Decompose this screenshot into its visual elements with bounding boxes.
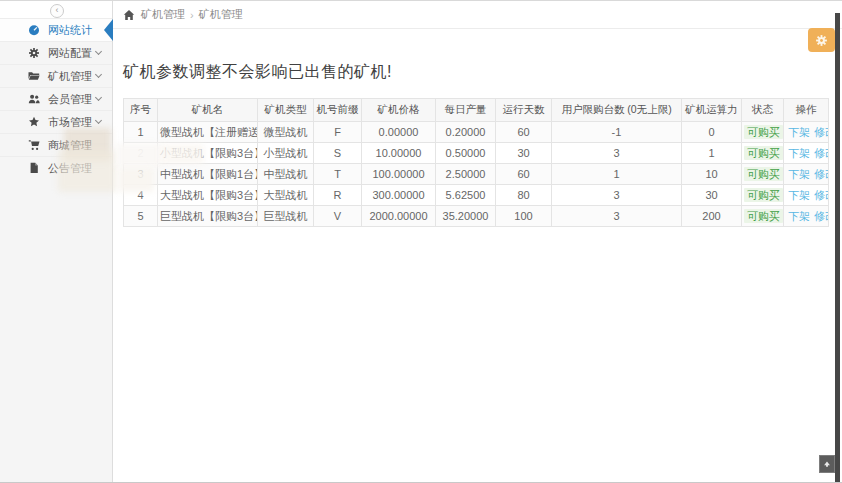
cell-price: 10.00000 [362, 143, 436, 164]
sidebar-item-miner-management[interactable]: 矿机管理 [0, 64, 112, 87]
sidebar-item-site-stats[interactable]: 网站统计 [0, 18, 112, 41]
col-header-actions: 操作 [784, 99, 829, 122]
sidebar-item-site-config[interactable]: 网站配置 [0, 41, 112, 64]
cell-purchase-limit: 3 [552, 206, 682, 227]
cell-prefix: R [314, 185, 362, 206]
col-header-name: 矿机名 [158, 99, 258, 122]
col-header-purchase-limit: 用户限购台数 (0无上限) [552, 99, 682, 122]
chevron-down-icon [95, 48, 102, 55]
chevron-down-icon [95, 71, 102, 78]
sidebar-item-market-management[interactable]: 市场管理 [0, 110, 112, 133]
cell-type: 巨型战机 [258, 206, 314, 227]
file-icon [28, 162, 40, 174]
sidebar-item-label: 网站统计 [48, 23, 92, 38]
cell-purchase-limit: -1 [552, 122, 682, 143]
cell-status: 可购买 [742, 185, 784, 206]
breadcrumb-item: 矿机管理 [199, 7, 243, 22]
cell-power: 200 [682, 206, 742, 227]
cell-daily-output: 0.20000 [436, 122, 496, 143]
status-badge: 可购买 [744, 125, 783, 139]
cell-purchase-limit: 3 [552, 185, 682, 206]
cell-price: 2000.00000 [362, 206, 436, 227]
cell-type: 小型战机 [258, 143, 314, 164]
cell-name: 大型战机【限购3台】 [158, 185, 258, 206]
cart-icon [28, 139, 40, 151]
cell-status: 可购买 [742, 143, 784, 164]
sidebar-item-label: 公告管理 [48, 161, 92, 176]
cell-name: 中型战机【限购1台】 [158, 164, 258, 185]
cell-actions: 下架修改 [784, 122, 829, 143]
admin-window: ‹ 网站统计 网站配置 矿机管理 会员 [0, 0, 842, 483]
col-header-status: 状态 [742, 99, 784, 122]
sidebar-item-mall-management[interactable]: 商城管理 [0, 133, 112, 156]
cell-daily-output: 35.20000 [436, 206, 496, 227]
cell-run-days: 60 [496, 122, 552, 143]
users-icon [28, 93, 40, 105]
cell-power: 0 [682, 122, 742, 143]
cell-price: 0.00000 [362, 122, 436, 143]
sidebar-item-label: 网站配置 [48, 46, 92, 61]
cell-status: 可购买 [742, 164, 784, 185]
sidebar-item-label: 会员管理 [48, 92, 92, 107]
miner-table: 序号 矿机名 矿机类型 机号前缀 矿机价格 每日产量 运行天数 用户限购台数 (… [123, 98, 829, 227]
table-row: 3 中型战机【限购1台】 中型战机 T 100.00000 2.50000 60… [124, 164, 829, 185]
cell-price: 100.00000 [362, 164, 436, 185]
status-badge: 可购买 [744, 188, 783, 202]
cell-name: 巨型战机【限购3台】 [158, 206, 258, 227]
cell-power: 30 [682, 185, 742, 206]
cell-actions: 下架修改 [784, 143, 829, 164]
sidebar-item-announcement-management[interactable]: 公告管理 [0, 156, 112, 179]
status-badge: 可购买 [744, 209, 783, 223]
unlist-link[interactable]: 下架 [788, 210, 810, 222]
window-edge [835, 13, 840, 482]
status-badge: 可购买 [744, 146, 783, 160]
col-header-seq: 序号 [124, 99, 158, 122]
sidebar-collapse-button[interactable]: ‹ [50, 4, 64, 18]
cell-type: 微型战机 [258, 122, 314, 143]
col-header-power: 矿机运算力 [682, 99, 742, 122]
settings-button[interactable] [808, 28, 835, 52]
gear-icon [815, 34, 828, 47]
home-icon[interactable] [123, 9, 135, 21]
cell-purchase-limit: 3 [552, 143, 682, 164]
col-header-type: 矿机类型 [258, 99, 314, 122]
sidebar-item-label: 商城管理 [48, 138, 92, 153]
unlist-link[interactable]: 下架 [788, 126, 810, 138]
cell-type: 中型战机 [258, 164, 314, 185]
breadcrumb-item[interactable]: 矿机管理 [141, 7, 185, 22]
sidebar-item-member-management[interactable]: 会员管理 [0, 87, 112, 110]
sidebar-item-label: 市场管理 [48, 115, 92, 130]
cell-name: 微型战机【注册赠送】 [158, 122, 258, 143]
sidebar: ‹ 网站统计 网站配置 矿机管理 会员 [0, 1, 113, 482]
col-header-prefix: 机号前缀 [314, 99, 362, 122]
edit-link[interactable]: 修改 [814, 210, 829, 222]
status-badge: 可购买 [744, 167, 783, 181]
cell-daily-output: 5.62500 [436, 185, 496, 206]
edit-link[interactable]: 修改 [814, 126, 829, 138]
cell-prefix: F [314, 122, 362, 143]
edit-link[interactable]: 修改 [814, 147, 829, 159]
cell-power: 10 [682, 164, 742, 185]
edit-link[interactable]: 修改 [814, 189, 829, 201]
col-header-run-days: 运行天数 [496, 99, 552, 122]
unlist-link[interactable]: 下架 [788, 147, 810, 159]
cell-actions: 下架修改 [784, 206, 829, 227]
star-icon [28, 116, 40, 128]
gear-icon [28, 47, 40, 59]
back-to-top-button[interactable] [819, 455, 835, 473]
cell-run-days: 80 [496, 185, 552, 206]
table-row: 2 小型战机【限购3台】 小型战机 S 10.00000 0.50000 30 … [124, 143, 829, 164]
cell-run-days: 100 [496, 206, 552, 227]
cell-actions: 下架修改 [784, 164, 829, 185]
cell-actions: 下架修改 [784, 185, 829, 206]
unlist-link[interactable]: 下架 [788, 189, 810, 201]
chevron-down-icon [95, 117, 102, 124]
breadcrumb-separator: › [190, 9, 194, 21]
cell-name: 小型战机【限购3台】 [158, 143, 258, 164]
unlist-link[interactable]: 下架 [788, 168, 810, 180]
cell-type: 大型战机 [258, 185, 314, 206]
cell-seq: 2 [124, 143, 158, 164]
dashboard-icon [28, 24, 40, 36]
edit-link[interactable]: 修改 [814, 168, 829, 180]
cell-daily-output: 0.50000 [436, 143, 496, 164]
